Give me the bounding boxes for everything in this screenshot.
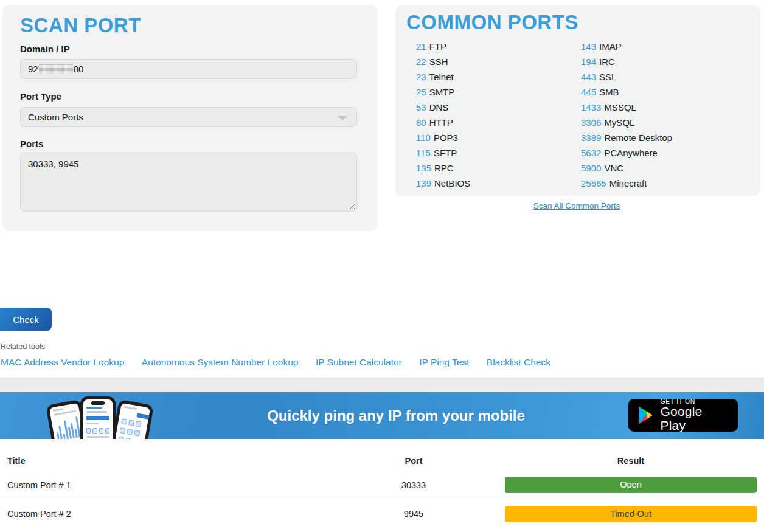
google-play-icon [636, 406, 654, 425]
list-item: 53DNS [416, 102, 470, 117]
common-port-link[interactable]: 23 [416, 72, 426, 82]
list-item: 80HTTP [416, 117, 470, 133]
common-port-name: POP3 [434, 133, 458, 143]
results-header-row: Title Port Result [0, 451, 764, 471]
common-port-name: SFTP [434, 148, 457, 158]
common-port-link[interactable]: 110 [416, 133, 431, 143]
common-port-link[interactable]: 5900 [581, 163, 601, 173]
list-item: 135RPC [416, 163, 470, 178]
common-port-link[interactable]: 5632 [581, 148, 601, 158]
related-tools-links: MAC Address Vendor Lookup Autonomous Sys… [1, 357, 565, 368]
mobile-app-banner: Quickly ping any IP from your mobile GET… [0, 392, 764, 439]
common-port-link[interactable]: 445 [581, 87, 596, 97]
list-item: 25565Minecraft [581, 178, 672, 193]
common-port-link[interactable]: 194 [581, 57, 596, 67]
common-port-name: MSSQL [604, 102, 636, 112]
common-port-link[interactable]: 21 [416, 41, 426, 52]
common-port-link[interactable]: 1433 [581, 102, 601, 112]
common-port-link[interactable]: 3389 [581, 133, 601, 143]
domain-ip-label: Domain / IP [20, 44, 70, 54]
common-port-link[interactable]: 3306 [581, 117, 601, 128]
common-port-name: Minecraft [609, 178, 647, 188]
status-badge: Open [505, 477, 757, 493]
table-row: Custom Port # 1 30333 Open [0, 471, 764, 499]
common-port-name: NetBIOS [434, 178, 470, 188]
common-port-link[interactable]: 143 [581, 41, 596, 52]
common-port-link[interactable]: 25 [416, 87, 426, 97]
common-port-name: HTTP [429, 117, 453, 128]
domain-ip-value-suffix: 80 [74, 64, 84, 74]
domain-ip-value-prefix: 92 [28, 64, 38, 74]
resize-handle-icon[interactable] [347, 202, 355, 209]
scan-all-common-ports-link[interactable]: Scan All Common Ports [395, 201, 758, 210]
list-item: 25SMTP [416, 87, 470, 102]
common-port-link[interactable]: 22 [416, 57, 426, 67]
list-item: 194IRC [581, 57, 672, 72]
list-item: 23Telnet [416, 72, 470, 87]
common-port-link[interactable]: 115 [416, 148, 431, 158]
common-port-link[interactable]: 443 [581, 72, 596, 82]
scan-port-title: SCAN PORT [20, 14, 141, 37]
list-item: 1433MSSQL [581, 102, 672, 117]
port-type-selected-value: Custom Ports [28, 112, 83, 122]
footer-divider-band [0, 378, 764, 392]
common-port-name: SSL [599, 72, 616, 82]
ports-value: 30333, 9945 [28, 159, 78, 169]
common-port-name: VNC [604, 163, 623, 173]
related-link-mac-address-vendor-lookup[interactable]: MAC Address Vendor Lookup [1, 357, 124, 367]
related-link-ip-subnet-calculator[interactable]: IP Subnet Calculator [316, 357, 402, 367]
result-row-port: 9945 [397, 509, 431, 519]
results-header-title: Title [0, 456, 397, 466]
table-row: Custom Port # 2 9945 Timed-Out [0, 499, 764, 528]
common-port-name: DNS [429, 102, 449, 112]
common-port-name: SMTP [429, 87, 455, 97]
common-port-link[interactable]: 80 [416, 117, 426, 128]
common-port-name: IMAP [599, 41, 622, 52]
chevron-down-icon [337, 116, 348, 120]
common-port-link[interactable]: 135 [416, 163, 431, 173]
common-port-name: PCAnywhere [604, 148, 658, 158]
scan-results-table: Title Port Result Custom Port # 1 30333 … [0, 451, 764, 528]
list-item: 21FTP [416, 41, 470, 57]
list-item: 5900VNC [581, 163, 672, 178]
common-ports-title: COMMON PORTS [406, 11, 578, 34]
list-item: 3306MySQL [581, 117, 672, 133]
list-item: 22SSH [416, 57, 470, 72]
common-port-name: SMB [599, 87, 619, 97]
ports-textarea[interactable]: 30333, 9945 [20, 153, 357, 212]
common-port-name: SSH [429, 57, 448, 67]
common-port-name: FTP [429, 41, 446, 52]
common-port-link[interactable]: 139 [416, 178, 431, 188]
list-item: 445SMB [581, 87, 672, 102]
check-button[interactable]: Check [0, 308, 52, 331]
common-port-link[interactable]: 53 [416, 102, 426, 112]
common-ports-column-left: 21FTP 22SSH 23Telnet 25SMTP 53DNS 80HTTP… [416, 41, 470, 193]
related-tools-label: Related tools [1, 342, 45, 351]
google-play-badge[interactable]: GET IT ON Google Play [628, 399, 738, 432]
results-header-port: Port [397, 456, 431, 466]
list-item: 5632PCAnywhere [581, 148, 672, 163]
port-type-select[interactable]: Custom Ports [20, 107, 357, 127]
common-ports-column-right: 143IMAP 194IRC 443SSL 445SMB 1433MSSQL 3… [581, 41, 672, 193]
ports-label: Ports [20, 139, 43, 149]
google-play-badge-bottom-text: Google Play [660, 405, 730, 432]
common-port-name: RPC [434, 163, 454, 173]
results-header-result: Result [505, 456, 757, 466]
related-link-ip-ping-test[interactable]: IP Ping Test [419, 357, 469, 367]
list-item: 139NetBIOS [416, 178, 470, 193]
list-item: 143IMAP [581, 41, 672, 57]
common-port-name: Telnet [429, 72, 454, 82]
list-item: 115SFTP [416, 148, 470, 163]
status-badge: Timed-Out [505, 506, 757, 522]
list-item: 443SSL [581, 72, 672, 87]
phone-mockup-center [80, 396, 116, 439]
domain-ip-input[interactable]: 9280 [20, 59, 357, 79]
result-row-title: Custom Port # 1 [0, 480, 397, 490]
phone-notch [91, 401, 105, 405]
result-row-title: Custom Port # 2 [0, 509, 397, 519]
related-link-blacklist-check[interactable]: Blacklist Check [487, 357, 550, 367]
common-port-link[interactable]: 25565 [581, 178, 606, 188]
common-ports-panel: COMMON PORTS 21FTP 22SSH 23Telnet 25SMTP… [395, 5, 760, 196]
related-link-asn-lookup[interactable]: Autonomous System Number Lookup [142, 357, 299, 367]
scan-port-panel: SCAN PORT Domain / IP 9280 Port Type Cus… [2, 5, 377, 231]
